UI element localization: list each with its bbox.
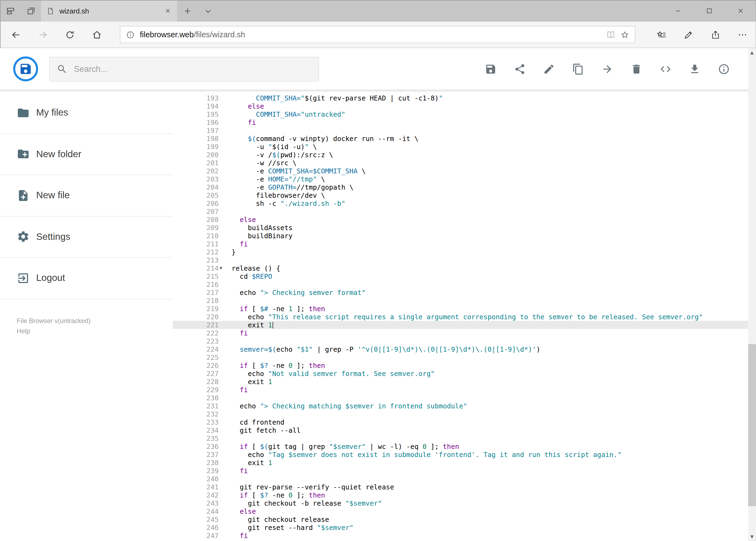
code-line-245[interactable]: 245 git checkout release xyxy=(173,515,756,523)
vertical-scrollbar[interactable]: ▲ ▼ xyxy=(748,48,756,541)
web-note-button[interactable] xyxy=(675,22,702,48)
code-line-206[interactable]: 206 sh -c "./wizard.sh -b" xyxy=(173,199,756,208)
move-button[interactable] xyxy=(596,58,618,80)
sidebar-item-settings[interactable]: Settings xyxy=(0,216,173,258)
code-line-224[interactable]: 224 semver=$(echo "$1" | grep -P '^v(0|[… xyxy=(173,345,756,353)
delete-button[interactable] xyxy=(626,58,647,80)
code-line-242[interactable]: 242 if [ $? -ne 0 ]; then xyxy=(173,491,756,499)
back-button[interactable] xyxy=(2,22,29,48)
info-button[interactable] xyxy=(713,58,734,80)
filebrowser-logo-icon[interactable] xyxy=(13,56,38,82)
code-line-196[interactable]: 196 fi xyxy=(173,118,756,126)
download-button[interactable] xyxy=(684,58,705,80)
code-line-201[interactable]: 201 -w //src \ xyxy=(173,159,756,167)
close-button[interactable] xyxy=(725,0,756,22)
code-line-198[interactable]: 198 $(command -v winpty) docker run --rm… xyxy=(173,135,756,143)
code-line-203[interactable]: 203 -e HOME="//tmp" \ xyxy=(173,175,756,183)
code-line-236[interactable]: 236 if [ $(git tag | grep "$semver" | wc… xyxy=(173,442,756,450)
save-button[interactable] xyxy=(480,58,501,80)
code-line-220[interactable]: 220 echo "This release script requires a… xyxy=(173,313,756,321)
new-tab-button[interactable] xyxy=(177,0,197,22)
forward-button[interactable] xyxy=(29,22,56,48)
home-button[interactable] xyxy=(83,22,110,48)
code-line-221[interactable]: 221 exit 1 xyxy=(173,321,756,329)
address-bar[interactable]: filebrowser.web/files/wizard.sh xyxy=(120,26,635,43)
code-line-211[interactable]: 211 fi xyxy=(173,240,756,248)
code-line-212[interactable]: 212} xyxy=(173,248,756,256)
set-tabs-aside-button[interactable] xyxy=(21,0,41,22)
code-line-200[interactable]: 200 -v /$(pwd):/src:z \ xyxy=(173,151,756,159)
search-box[interactable] xyxy=(49,56,319,81)
code-line-234[interactable]: 234 git fetch --all xyxy=(173,426,756,434)
code-line-217[interactable]: 217 echo "> Checking semver format" xyxy=(173,288,756,296)
code-button[interactable] xyxy=(654,58,676,80)
sidebar-item-logout[interactable]: Logout xyxy=(0,258,173,299)
code-editor[interactable]: 193 COMMIT_SHA="$(git rev-parse HEAD | c… xyxy=(173,90,756,541)
code-line-237[interactable]: 237 echo "Tag $semver does not exist in … xyxy=(173,450,756,459)
fold-arrow-icon[interactable]: ▾ xyxy=(219,264,227,272)
search-input[interactable] xyxy=(74,64,312,74)
favorite-star-icon[interactable] xyxy=(620,30,629,39)
code-line-226[interactable]: 226 if [ $? -ne 0 ]; then xyxy=(173,361,756,369)
code-line-228[interactable]: 228 exit 1 xyxy=(173,377,756,386)
code-line-197[interactable]: 197 xyxy=(173,126,756,135)
code-line-231[interactable]: 231 echo "> Checking matching $semver in… xyxy=(173,402,756,410)
scroll-up-button[interactable]: ▲ xyxy=(748,48,756,57)
code-line-240[interactable]: 240 xyxy=(173,475,756,483)
browser-menu-button[interactable] xyxy=(729,22,756,48)
sidebar-item-new-file[interactable]: New file xyxy=(0,175,173,216)
help-link[interactable]: Help xyxy=(17,326,91,336)
code-line-218[interactable]: 218 xyxy=(173,296,756,305)
code-line-244[interactable]: 244 else xyxy=(173,507,756,515)
code-line-207[interactable]: 207 xyxy=(173,208,756,216)
code-line-235[interactable]: 235 xyxy=(173,434,756,442)
code-line-204[interactable]: 204 -e GOPATH=//tmp/gopath \ xyxy=(173,183,756,191)
code-line-209[interactable]: 209 buildAssets xyxy=(173,224,756,232)
reading-view-icon[interactable] xyxy=(606,30,615,39)
code-line-202[interactable]: 202 -e COMMIT_SHA=$COMMIT_SHA \ xyxy=(173,167,756,175)
refresh-button[interactable] xyxy=(56,22,83,48)
minimize-button[interactable] xyxy=(662,0,693,22)
rename-button[interactable] xyxy=(538,58,560,80)
code-line-229[interactable]: 229 fi xyxy=(173,386,756,394)
code-line-238[interactable]: 238 exit 1 xyxy=(173,459,756,467)
copy-button[interactable] xyxy=(567,58,589,80)
code-line-222[interactable]: 222 fi xyxy=(173,329,756,337)
code-line-227[interactable]: 227 echo "Not valid semver format. See s… xyxy=(173,369,756,377)
code-line-195[interactable]: 195 COMMIT_SHA="untracked" xyxy=(173,110,756,118)
share-button[interactable] xyxy=(509,58,530,80)
code-line-194[interactable]: 194 else xyxy=(173,102,756,110)
hub-favorites-button[interactable] xyxy=(648,22,675,48)
code-line-215[interactable]: 215 cd $REPO xyxy=(173,272,756,280)
code-line-241[interactable]: 241 git rev-parse --verify --quiet relea… xyxy=(173,483,756,491)
sidebar-item-new-folder[interactable]: New folder xyxy=(0,134,173,175)
code-line-230[interactable]: 230 xyxy=(173,394,756,402)
code-line-210[interactable]: 210 buildBinary xyxy=(173,232,756,240)
scroll-down-button[interactable]: ▼ xyxy=(748,532,756,541)
tab-preview-button[interactable] xyxy=(0,0,21,22)
code-line-247[interactable]: 247 fi xyxy=(173,532,756,540)
maximize-button[interactable] xyxy=(693,0,725,22)
code-line-213[interactable]: 213 xyxy=(173,256,756,264)
share-page-button[interactable] xyxy=(702,22,729,48)
code-line-232[interactable]: 232 xyxy=(173,410,756,418)
scrollbar-thumb[interactable] xyxy=(748,344,756,506)
code-line-239[interactable]: 239 fi xyxy=(173,467,756,475)
tab-wizard-sh[interactable]: wizard.sh xyxy=(41,0,177,22)
code-line-199[interactable]: 199 -u "$(id -u)" \ xyxy=(173,143,756,151)
code-line-208[interactable]: 208 else xyxy=(173,216,756,224)
code-line-193[interactable]: 193 COMMIT_SHA="$(git rev-parse HEAD | c… xyxy=(173,94,756,102)
code-line-243[interactable]: 243 git checkout -b release "$semver" xyxy=(173,499,756,507)
code-line-205[interactable]: 205 filebrowser/dev \ xyxy=(173,191,756,199)
code-line-223[interactable]: 223 xyxy=(173,337,756,345)
code-line-246[interactable]: 246 git reset --hard "$semver" xyxy=(173,523,756,532)
code-line-219[interactable]: 219 if [ $# -ne 1 ]; then xyxy=(173,305,756,313)
tab-list-chevron-button[interactable] xyxy=(197,0,218,22)
code-line-216[interactable]: 216 xyxy=(173,280,756,288)
code-line-214[interactable]: 214▾release () { xyxy=(173,264,756,272)
tab-close-icon[interactable] xyxy=(164,7,172,15)
code-line-233[interactable]: 233 cd frontend xyxy=(173,418,756,426)
sidebar-item-my-files[interactable]: My files xyxy=(0,92,173,134)
site-info-icon[interactable] xyxy=(126,30,135,39)
code-line-225[interactable]: 225 xyxy=(173,353,756,361)
